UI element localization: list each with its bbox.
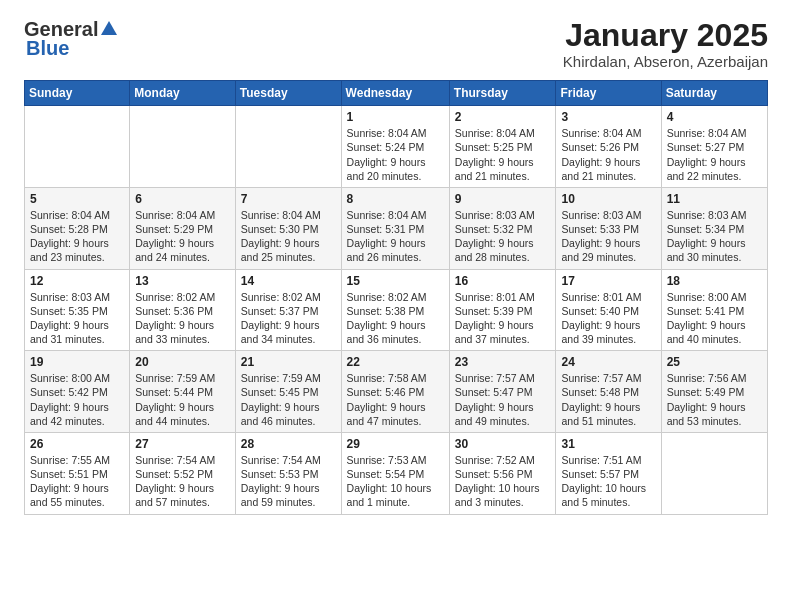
day-number: 15 — [347, 274, 444, 288]
day-info: Sunrise: 7:58 AMSunset: 5:46 PMDaylight:… — [347, 371, 444, 428]
calendar-cell: 20Sunrise: 7:59 AMSunset: 5:44 PMDayligh… — [130, 351, 236, 433]
calendar-cell: 9Sunrise: 8:03 AMSunset: 5:32 PMDaylight… — [449, 187, 556, 269]
day-info: Sunrise: 7:55 AMSunset: 5:51 PMDaylight:… — [30, 453, 124, 510]
day-number: 31 — [561, 437, 655, 451]
day-number: 20 — [135, 355, 230, 369]
day-info: Sunrise: 8:03 AMSunset: 5:34 PMDaylight:… — [667, 208, 762, 265]
calendar-table: SundayMondayTuesdayWednesdayThursdayFrid… — [24, 80, 768, 514]
calendar-cell: 23Sunrise: 7:57 AMSunset: 5:47 PMDayligh… — [449, 351, 556, 433]
calendar-subtitle: Khirdalan, Abseron, Azerbaijan — [563, 53, 768, 70]
calendar-title: January 2025 — [563, 18, 768, 53]
day-info: Sunrise: 7:51 AMSunset: 5:57 PMDaylight:… — [561, 453, 655, 510]
day-number: 19 — [30, 355, 124, 369]
day-info: Sunrise: 7:52 AMSunset: 5:56 PMDaylight:… — [455, 453, 551, 510]
day-info: Sunrise: 7:53 AMSunset: 5:54 PMDaylight:… — [347, 453, 444, 510]
calendar-cell: 13Sunrise: 8:02 AMSunset: 5:36 PMDayligh… — [130, 269, 236, 351]
day-info: Sunrise: 8:01 AMSunset: 5:39 PMDaylight:… — [455, 290, 551, 347]
calendar-cell: 15Sunrise: 8:02 AMSunset: 5:38 PMDayligh… — [341, 269, 449, 351]
day-info: Sunrise: 7:54 AMSunset: 5:53 PMDaylight:… — [241, 453, 336, 510]
day-info: Sunrise: 7:54 AMSunset: 5:52 PMDaylight:… — [135, 453, 230, 510]
calendar-cell: 4Sunrise: 8:04 AMSunset: 5:27 PMDaylight… — [661, 106, 767, 188]
day-number: 6 — [135, 192, 230, 206]
calendar-cell: 3Sunrise: 8:04 AMSunset: 5:26 PMDaylight… — [556, 106, 661, 188]
day-info: Sunrise: 8:00 AMSunset: 5:41 PMDaylight:… — [667, 290, 762, 347]
day-info: Sunrise: 8:03 AMSunset: 5:35 PMDaylight:… — [30, 290, 124, 347]
day-number: 14 — [241, 274, 336, 288]
calendar-cell: 17Sunrise: 8:01 AMSunset: 5:40 PMDayligh… — [556, 269, 661, 351]
day-info: Sunrise: 8:04 AMSunset: 5:31 PMDaylight:… — [347, 208, 444, 265]
calendar-cell: 12Sunrise: 8:03 AMSunset: 5:35 PMDayligh… — [25, 269, 130, 351]
day-number: 1 — [347, 110, 444, 124]
day-number: 30 — [455, 437, 551, 451]
page: General Blue January 2025 Khirdalan, Abs… — [0, 0, 792, 612]
day-info: Sunrise: 8:00 AMSunset: 5:42 PMDaylight:… — [30, 371, 124, 428]
header-sunday: Sunday — [25, 81, 130, 106]
day-info: Sunrise: 7:57 AMSunset: 5:48 PMDaylight:… — [561, 371, 655, 428]
header: General Blue January 2025 Khirdalan, Abs… — [24, 18, 768, 70]
logo: General Blue — [24, 18, 118, 60]
calendar-cell: 5Sunrise: 8:04 AMSunset: 5:28 PMDaylight… — [25, 187, 130, 269]
logo-icon — [100, 19, 118, 37]
calendar-cell: 27Sunrise: 7:54 AMSunset: 5:52 PMDayligh… — [130, 432, 236, 514]
day-number: 18 — [667, 274, 762, 288]
day-number: 5 — [30, 192, 124, 206]
day-info: Sunrise: 8:04 AMSunset: 5:26 PMDaylight:… — [561, 126, 655, 183]
calendar-week-2: 5Sunrise: 8:04 AMSunset: 5:28 PMDaylight… — [25, 187, 768, 269]
title-block: January 2025 Khirdalan, Abseron, Azerbai… — [563, 18, 768, 70]
day-info: Sunrise: 8:04 AMSunset: 5:28 PMDaylight:… — [30, 208, 124, 265]
calendar-cell — [130, 106, 236, 188]
day-number: 25 — [667, 355, 762, 369]
header-tuesday: Tuesday — [235, 81, 341, 106]
calendar-cell: 28Sunrise: 7:54 AMSunset: 5:53 PMDayligh… — [235, 432, 341, 514]
logo-blue-text: Blue — [26, 37, 69, 60]
calendar-cell: 14Sunrise: 8:02 AMSunset: 5:37 PMDayligh… — [235, 269, 341, 351]
day-number: 29 — [347, 437, 444, 451]
day-number: 12 — [30, 274, 124, 288]
day-number: 23 — [455, 355, 551, 369]
day-number: 11 — [667, 192, 762, 206]
calendar-week-4: 19Sunrise: 8:00 AMSunset: 5:42 PMDayligh… — [25, 351, 768, 433]
calendar-cell — [25, 106, 130, 188]
day-number: 26 — [30, 437, 124, 451]
calendar-cell: 22Sunrise: 7:58 AMSunset: 5:46 PMDayligh… — [341, 351, 449, 433]
day-info: Sunrise: 8:04 AMSunset: 5:24 PMDaylight:… — [347, 126, 444, 183]
calendar-cell: 7Sunrise: 8:04 AMSunset: 5:30 PMDaylight… — [235, 187, 341, 269]
calendar-cell: 29Sunrise: 7:53 AMSunset: 5:54 PMDayligh… — [341, 432, 449, 514]
day-number: 22 — [347, 355, 444, 369]
day-number: 8 — [347, 192, 444, 206]
calendar-week-1: 1Sunrise: 8:04 AMSunset: 5:24 PMDaylight… — [25, 106, 768, 188]
day-info: Sunrise: 8:04 AMSunset: 5:25 PMDaylight:… — [455, 126, 551, 183]
day-number: 21 — [241, 355, 336, 369]
day-number: 9 — [455, 192, 551, 206]
day-info: Sunrise: 8:03 AMSunset: 5:32 PMDaylight:… — [455, 208, 551, 265]
day-number: 17 — [561, 274, 655, 288]
day-info: Sunrise: 8:01 AMSunset: 5:40 PMDaylight:… — [561, 290, 655, 347]
calendar-cell — [661, 432, 767, 514]
day-info: Sunrise: 7:59 AMSunset: 5:45 PMDaylight:… — [241, 371, 336, 428]
day-info: Sunrise: 7:56 AMSunset: 5:49 PMDaylight:… — [667, 371, 762, 428]
day-info: Sunrise: 8:04 AMSunset: 5:29 PMDaylight:… — [135, 208, 230, 265]
day-number: 10 — [561, 192, 655, 206]
calendar-week-3: 12Sunrise: 8:03 AMSunset: 5:35 PMDayligh… — [25, 269, 768, 351]
calendar-week-5: 26Sunrise: 7:55 AMSunset: 5:51 PMDayligh… — [25, 432, 768, 514]
day-number: 2 — [455, 110, 551, 124]
day-info: Sunrise: 8:02 AMSunset: 5:37 PMDaylight:… — [241, 290, 336, 347]
calendar-cell: 21Sunrise: 7:59 AMSunset: 5:45 PMDayligh… — [235, 351, 341, 433]
day-number: 24 — [561, 355, 655, 369]
day-number: 4 — [667, 110, 762, 124]
day-number: 7 — [241, 192, 336, 206]
header-thursday: Thursday — [449, 81, 556, 106]
calendar-cell: 24Sunrise: 7:57 AMSunset: 5:48 PMDayligh… — [556, 351, 661, 433]
header-saturday: Saturday — [661, 81, 767, 106]
day-number: 28 — [241, 437, 336, 451]
calendar-cell: 6Sunrise: 8:04 AMSunset: 5:29 PMDaylight… — [130, 187, 236, 269]
day-info: Sunrise: 8:02 AMSunset: 5:36 PMDaylight:… — [135, 290, 230, 347]
calendar-cell: 31Sunrise: 7:51 AMSunset: 5:57 PMDayligh… — [556, 432, 661, 514]
header-friday: Friday — [556, 81, 661, 106]
svg-marker-0 — [101, 21, 117, 35]
day-info: Sunrise: 8:04 AMSunset: 5:30 PMDaylight:… — [241, 208, 336, 265]
calendar-cell: 10Sunrise: 8:03 AMSunset: 5:33 PMDayligh… — [556, 187, 661, 269]
calendar-cell: 19Sunrise: 8:00 AMSunset: 5:42 PMDayligh… — [25, 351, 130, 433]
calendar-cell: 30Sunrise: 7:52 AMSunset: 5:56 PMDayligh… — [449, 432, 556, 514]
calendar-cell: 26Sunrise: 7:55 AMSunset: 5:51 PMDayligh… — [25, 432, 130, 514]
